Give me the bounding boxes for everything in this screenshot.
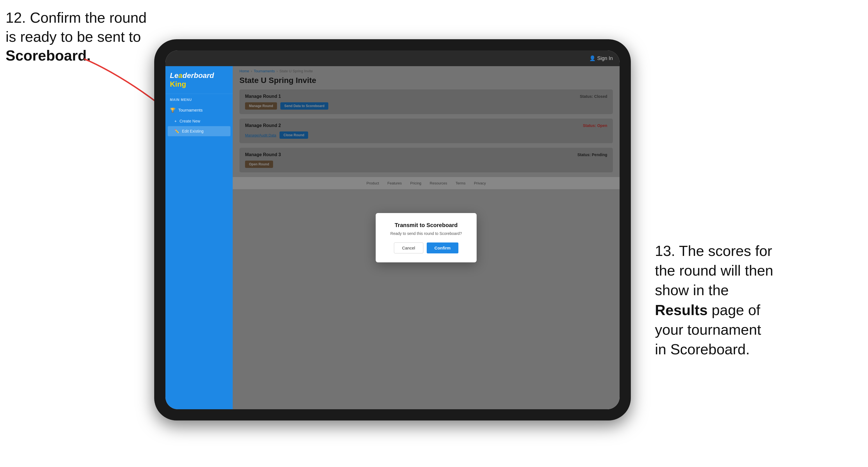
instruction-line2: is ready to be sent to (6, 29, 141, 45)
instruction-bottom: 13. The scores forthe round will thensho… (655, 241, 851, 359)
sidebar-item-create-new[interactable]: + Create New (165, 116, 233, 126)
logo: Leaderboard King (170, 71, 228, 89)
modal-actions: Cancel Confirm (387, 243, 465, 253)
logo-area: Leaderboard King (165, 66, 233, 94)
tablet-screen: 👤 Sign In Leaderboard King MAIN MENU 🏆 (165, 51, 620, 409)
plus-icon: + (175, 119, 177, 123)
results-bold: Results (655, 302, 708, 318)
trophy-icon: 🏆 (170, 107, 176, 113)
edit-existing-label: Edit Existing (182, 129, 204, 133)
confirm-button[interactable]: Confirm (427, 243, 459, 253)
tournaments-label: Tournaments (178, 107, 203, 113)
cancel-button[interactable]: Cancel (394, 243, 423, 253)
tablet-device: 👤 Sign In Leaderboard King MAIN MENU 🏆 (154, 39, 631, 421)
modal-subtitle: Ready to send this round to Scoreboard? (387, 231, 465, 236)
sign-in-area[interactable]: 👤 Sign In (589, 55, 613, 61)
transmit-modal: Transmit to Scoreboard Ready to send thi… (376, 213, 476, 262)
app-container: 👤 Sign In Leaderboard King MAIN MENU 🏆 (165, 51, 620, 409)
modal-title: Transmit to Scoreboard (387, 222, 465, 228)
sidebar-item-edit-existing[interactable]: ✏️ Edit Existing (168, 126, 230, 136)
user-icon: 👤 (589, 55, 595, 61)
edit-icon: ✏️ (175, 129, 179, 133)
app-body: Leaderboard King MAIN MENU 🏆 Tournaments… (165, 66, 620, 409)
top-bar: 👤 Sign In (165, 51, 620, 66)
modal-overlay: Transmit to Scoreboard Ready to send thi… (233, 66, 620, 409)
sidebar-item-tournaments[interactable]: 🏆 Tournaments (165, 104, 233, 116)
sign-in-label[interactable]: Sign In (597, 56, 613, 61)
sidebar: Leaderboard King MAIN MENU 🏆 Tournaments… (165, 66, 233, 409)
create-new-label: Create New (180, 119, 200, 123)
main-content: Home › Tournaments › State U Spring Invi… (233, 66, 620, 409)
main-menu-label: MAIN MENU (165, 94, 233, 104)
instruction-line1: 12. Confirm the round (6, 9, 147, 26)
